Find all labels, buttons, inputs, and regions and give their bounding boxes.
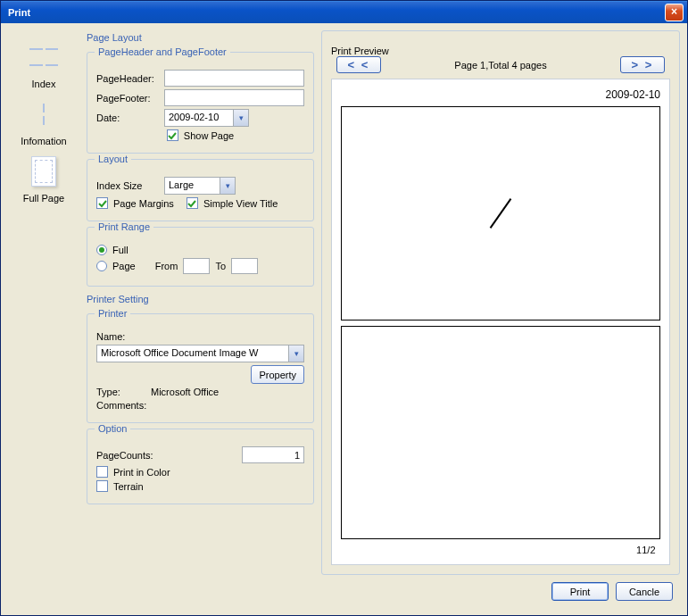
- settings-panel: Page Layout PageHeader and PageFooter Pa…: [87, 30, 314, 608]
- index-size-label: Index Size: [96, 180, 159, 191]
- header-footer-legend: PageHeader and PageFooter: [95, 46, 230, 57]
- preview-page-sheet: 2009-02-10 1 1/2 x: [341, 88, 660, 555]
- page-margins-label: Page Margins: [113, 198, 174, 209]
- print-dialog-window: Print × Index Infomation Ful: [0, 0, 688, 616]
- printer-setting-section-label: Printer Setting: [87, 294, 314, 304]
- option-group: Option PageCounts: Print in Color Terrai…: [87, 429, 314, 504]
- printer-type-value: Microsoft Office: [151, 387, 219, 397]
- to-input[interactable]: [231, 258, 258, 274]
- printer-name-value: Microsoft Office Document Image W: [97, 345, 288, 362]
- preview-panel: Print Preview < < Page 1,Total 4 pages >…: [321, 30, 680, 608]
- pageheader-input[interactable]: [164, 70, 304, 87]
- print-preview-legend: Print Preview: [331, 46, 670, 56]
- print-range-group: Print Range Full Page From To: [87, 227, 314, 287]
- index-icon: [26, 39, 62, 75]
- terrain-label: Terrain: [113, 481, 144, 492]
- nav-label-index: Index: [32, 79, 56, 89]
- printer-group: Printer Name: Microsoft Office Document …: [87, 313, 314, 423]
- preview-stroke-icon: [490, 198, 512, 229]
- close-button[interactable]: ×: [665, 4, 684, 21]
- simple-view-label: Simple View Title: [203, 198, 278, 209]
- printer-name-combo[interactable]: Microsoft Office Document Image W ▾: [96, 345, 304, 362]
- dialog-actions: Print Cancle: [321, 575, 680, 608]
- print-range-legend: Print Range: [95, 221, 153, 232]
- next-page-button[interactable]: > >: [620, 56, 665, 73]
- chevron-down-icon: ▾: [288, 345, 303, 362]
- pagefooter-input[interactable]: [164, 89, 304, 106]
- chevron-down-icon: ▾: [220, 178, 235, 194]
- title-bar: Print ×: [1, 1, 687, 23]
- to-label: To: [215, 261, 226, 271]
- index-size-value: Large: [165, 178, 220, 194]
- from-label: From: [155, 261, 178, 271]
- full-radio-label: Full: [112, 245, 128, 255]
- print-button[interactable]: Print: [551, 582, 609, 601]
- window-title: Print: [8, 7, 30, 18]
- date-label: Date:: [96, 112, 159, 123]
- printer-legend: Printer: [95, 308, 130, 319]
- index-size-combo[interactable]: Large ▾: [164, 177, 236, 195]
- page-radio-label: Page: [112, 261, 136, 271]
- from-input[interactable]: [183, 258, 210, 274]
- prev-page-button[interactable]: < <: [336, 56, 381, 73]
- print-color-label: Print in Color: [113, 467, 170, 478]
- nav-item-full-page[interactable]: Full Page: [8, 154, 79, 204]
- date-value: 2009-02-10: [165, 110, 233, 126]
- printer-comments-label: Comments:: [96, 400, 146, 411]
- chevron-down-icon: ▾: [233, 110, 248, 126]
- terrain-checkbox[interactable]: [96, 480, 108, 492]
- preview-page-indicator: 1/2: [642, 545, 655, 555]
- left-nav: Index Infomation Full Page: [8, 30, 79, 608]
- preview-area: 2009-02-10 1 1/2 x: [331, 79, 670, 565]
- layout-group: Layout Index Size Large ▾ Page Margins S…: [87, 159, 314, 221]
- pagefooter-label: PageFooter:: [96, 93, 159, 104]
- full-radio[interactable]: [96, 245, 107, 255]
- preview-frame-top: [341, 106, 660, 320]
- property-button[interactable]: Property: [251, 365, 304, 384]
- nav-item-information[interactable]: Infomation: [8, 96, 79, 146]
- printer-type-label: Type:: [96, 387, 145, 397]
- page-layout-section-label: Page Layout: [87, 32, 314, 43]
- layout-legend: Layout: [95, 154, 131, 164]
- preview-date-footer: 2009-02-10: [606, 88, 660, 101]
- nav-label-information: Infomation: [21, 136, 66, 146]
- full-page-icon: [31, 156, 56, 187]
- header-footer-group: PageHeader and PageFooter PageHeader: Pa…: [87, 52, 314, 154]
- cancel-button[interactable]: Cancle: [616, 582, 673, 601]
- pagecounts-label: PageCounts:: [96, 450, 153, 461]
- page-margins-checkbox[interactable]: [96, 197, 108, 209]
- information-icon: [26, 96, 62, 132]
- pagecounts-input[interactable]: [242, 446, 304, 463]
- date-combo[interactable]: 2009-02-10 ▾: [164, 109, 249, 127]
- simple-view-checkbox[interactable]: [187, 197, 198, 209]
- print-color-checkbox[interactable]: [96, 466, 108, 478]
- print-preview-group: Print Preview < < Page 1,Total 4 pages >…: [321, 30, 680, 575]
- page-radio[interactable]: [96, 261, 107, 271]
- show-page-label: Show Page: [184, 130, 234, 141]
- pageheader-label: PageHeader:: [96, 73, 159, 84]
- nav-label-full-page: Full Page: [23, 193, 64, 204]
- nav-item-index[interactable]: Index: [8, 39, 79, 89]
- printer-name-label: Name:: [96, 331, 125, 342]
- show-page-checkbox[interactable]: [167, 129, 178, 141]
- preview-frame-bottom: [341, 326, 660, 540]
- option-legend: Option: [95, 423, 130, 434]
- preview-status: Page 1,Total 4 pages: [454, 60, 546, 71]
